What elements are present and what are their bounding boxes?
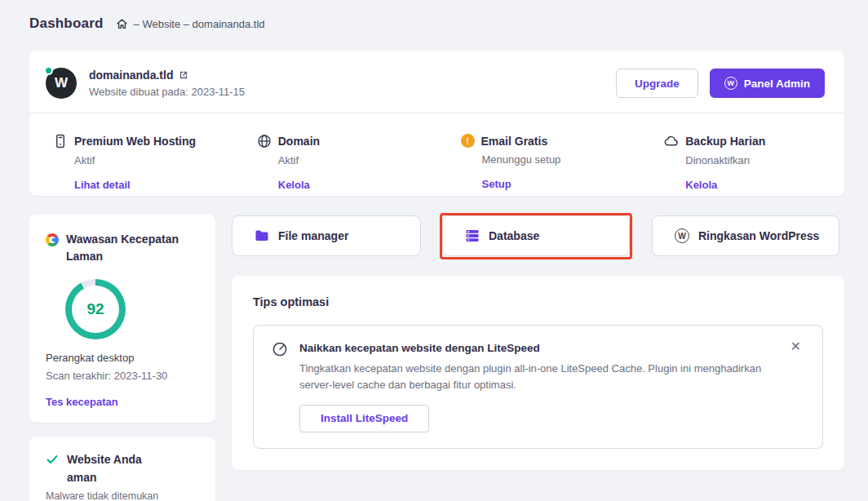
service-status: Dinonaktifkan	[685, 154, 838, 166]
folder-icon	[255, 228, 269, 243]
service-label: Email Gratis	[481, 135, 548, 148]
speed-score-ring: 92	[65, 279, 126, 339]
service-email: ! Email Gratis Menunggu setup Setup	[437, 113, 641, 196]
wordpress-icon: W	[724, 77, 737, 90]
wordpress-overview-label: Ringkasan WordPress	[698, 229, 819, 242]
database-label: Database	[489, 229, 539, 242]
topbar: Dashboard – Website – domainanda.tld	[29, 16, 265, 32]
dashboard-page: Dashboard – Website – domainanda.tld W d…	[0, 0, 868, 501]
service-backup: Backup Harian Dinonaktifkan Kelola	[640, 113, 844, 196]
external-link-icon[interactable]	[179, 70, 188, 80]
server-icon	[53, 134, 68, 149]
speedometer-icon	[272, 341, 288, 357]
close-icon[interactable]: ✕	[787, 337, 804, 357]
speed-last-scan: Scan terakhir: 2023-11-30	[46, 370, 199, 382]
google-pagespeed-icon	[46, 233, 59, 246]
service-status: Menunggu setup	[482, 153, 635, 166]
site-created-date: Website dibuat pada: 2023-11-15	[89, 86, 245, 98]
site-info: domainanda.tld Website dibuat pada: 2023…	[89, 69, 245, 98]
database-icon	[465, 228, 480, 243]
speed-insights-card: Wawasan Kecepatan Laman 92 Perangkat des…	[29, 215, 215, 423]
online-status-dot	[44, 66, 53, 75]
service-link-hosting[interactable]: Lihat detail	[74, 179, 227, 191]
service-label: Backup Harian	[685, 135, 765, 148]
service-status: Aktif	[74, 154, 227, 166]
service-hosting: Premium Web Hosting Aktif Lihat detail	[29, 113, 233, 196]
optimization-tips-card: Tips optimasi Naikkan kecepatan website …	[232, 276, 844, 470]
panel-admin-button[interactable]: W Panel Admin	[710, 69, 825, 98]
wordpress-overview-card[interactable]: W Ringkasan WordPress	[652, 215, 839, 256]
file-manager-card[interactable]: File manager	[232, 215, 421, 256]
site-avatar: W	[46, 68, 77, 99]
file-manager-label: File manager	[278, 229, 348, 242]
banner-description: Tingkatkan kecepatan website dengan plug…	[299, 361, 789, 393]
service-label: Premium Web Hosting	[74, 135, 196, 148]
check-icon	[46, 453, 59, 486]
service-link-domain[interactable]: Kelola	[278, 179, 431, 191]
breadcrumb-text: – Website – domainanda.tld	[134, 18, 265, 30]
page-title: Dashboard	[29, 16, 104, 32]
warning-icon: !	[461, 134, 475, 148]
banner-title: Naikkan kecepatan website dengan LiteSpe…	[299, 342, 803, 354]
database-card[interactable]: Database	[442, 215, 630, 256]
site-domain: domainanda.tld	[89, 69, 173, 82]
install-litespeed-button[interactable]: Install LiteSpeed	[299, 405, 429, 432]
services-row: Premium Web Hosting Aktif Lihat detail D…	[29, 113, 844, 196]
service-link-email[interactable]: Setup	[482, 178, 635, 190]
security-title: Website Anda aman	[67, 451, 157, 486]
service-domain: Domain Aktif Kelola	[233, 113, 437, 196]
speed-test-link[interactable]: Tes kecepatan	[46, 396, 199, 408]
security-card: Website Anda aman Malware tidak ditemuka…	[29, 437, 215, 501]
speed-score-value: 92	[65, 279, 126, 339]
wordpress-icon: W	[675, 228, 689, 243]
home-icon[interactable]	[116, 18, 128, 30]
tips-heading: Tips optimasi	[253, 295, 823, 308]
breadcrumb: – Website – domainanda.tld	[116, 18, 265, 30]
service-status: Aktif	[278, 154, 431, 166]
site-card: W domainanda.tld Website dibuat pada: 20…	[29, 51, 844, 196]
speed-card-title: Wawasan Kecepatan Laman	[66, 231, 188, 265]
site-header: W domainanda.tld Website dibuat pada: 20…	[46, 67, 825, 100]
globe-icon	[257, 134, 272, 149]
litespeed-banner: Naikkan kecepatan website dengan LiteSpe…	[253, 325, 823, 449]
speed-device-label: Perangkat desktop	[46, 352, 199, 364]
service-label: Domain	[278, 135, 320, 148]
cloud-icon	[664, 134, 679, 149]
upgrade-button[interactable]: Upgrade	[616, 69, 698, 98]
service-link-backup[interactable]: Kelola	[685, 179, 838, 191]
security-subtitle: Malware tidak ditemukan	[46, 490, 199, 501]
